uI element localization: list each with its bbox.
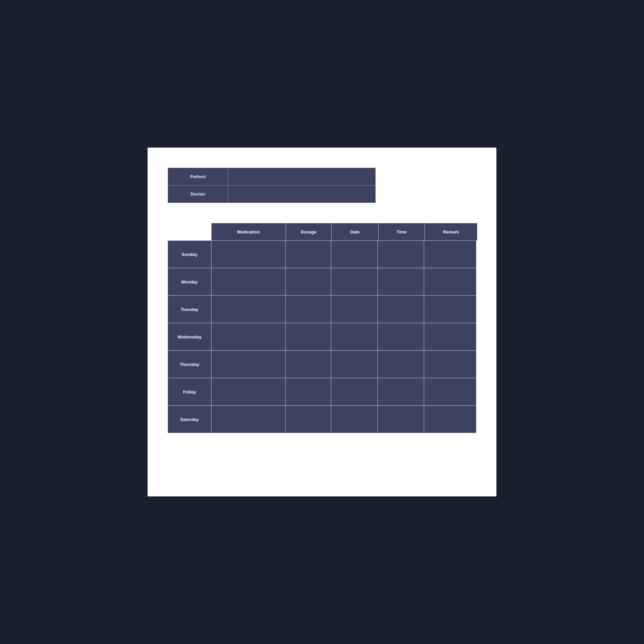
info-label-doctor: Doctor — [168, 185, 228, 203]
cell-sunday-time[interactable] — [378, 240, 424, 268]
day-row-sunday: Sunday — [168, 240, 476, 268]
cell-thursday-time[interactable] — [378, 351, 424, 378]
day-label-sunday: Sunday — [168, 240, 211, 268]
cell-wednesday-dosage[interactable] — [285, 323, 331, 351]
cell-tuesday-remark[interactable] — [424, 296, 476, 323]
header-remark: Remark — [425, 223, 477, 240]
info-table: PatientDoctor — [168, 168, 376, 203]
info-label-patient: Patient — [168, 168, 228, 185]
cell-saturday-date[interactable] — [331, 406, 378, 433]
page-container: PatientDoctor MedicationDosageDateTimeRe… — [148, 148, 496, 496]
cell-friday-medication[interactable] — [211, 378, 285, 406]
cell-thursday-dosage[interactable] — [285, 351, 331, 378]
cell-wednesday-medication[interactable] — [211, 323, 285, 351]
cell-thursday-medication[interactable] — [211, 351, 285, 378]
day-label-friday: Friday — [168, 378, 211, 406]
day-row-wednesday: Wednesday — [168, 323, 476, 351]
cell-sunday-remark[interactable] — [424, 240, 476, 268]
cell-friday-remark[interactable] — [424, 378, 476, 406]
cell-friday-dosage[interactable] — [285, 378, 331, 406]
day-label-saturday: Saturday — [168, 406, 211, 433]
cell-wednesday-remark[interactable] — [424, 323, 476, 351]
day-label-monday: Monday — [168, 268, 211, 296]
cell-thursday-date[interactable] — [331, 351, 378, 378]
cell-sunday-dosage[interactable] — [285, 240, 331, 268]
day-label-thursday: Thursday — [168, 351, 211, 378]
cell-tuesday-date[interactable] — [331, 296, 378, 323]
day-label-wednesday: Wednesday — [168, 323, 211, 351]
cell-monday-dosage[interactable] — [285, 268, 331, 296]
cell-friday-time[interactable] — [378, 378, 424, 406]
cell-wednesday-date[interactable] — [331, 323, 378, 351]
cell-monday-remark[interactable] — [424, 268, 476, 296]
header-time: Time — [378, 223, 425, 240]
day-row-friday: Friday — [168, 378, 476, 406]
header-medication: Medication — [211, 223, 286, 240]
cell-saturday-remark[interactable] — [424, 406, 476, 433]
cell-sunday-medication[interactable] — [211, 240, 285, 268]
day-row-monday: Monday — [168, 268, 476, 296]
header-date: Date — [331, 223, 378, 240]
schedule-wrapper: MedicationDosageDateTimeRemark SundayMon… — [168, 223, 476, 433]
day-row-thursday: Thursday — [168, 351, 476, 378]
cell-monday-date[interactable] — [331, 268, 378, 296]
cell-monday-medication[interactable] — [211, 268, 285, 296]
cell-tuesday-medication[interactable] — [211, 296, 285, 323]
cell-saturday-dosage[interactable] — [285, 406, 331, 433]
cell-friday-date[interactable] — [331, 378, 378, 406]
day-label-tuesday: Tuesday — [168, 296, 211, 323]
info-value-patient[interactable] — [228, 168, 375, 185]
cell-saturday-medication[interactable] — [211, 406, 285, 433]
cell-sunday-date[interactable] — [331, 240, 378, 268]
schedule-header-row: MedicationDosageDateTimeRemark — [211, 223, 476, 240]
cell-saturday-time[interactable] — [378, 406, 424, 433]
cell-monday-time[interactable] — [378, 268, 424, 296]
cell-thursday-remark[interactable] — [424, 351, 476, 378]
info-value-doctor[interactable] — [228, 185, 375, 203]
header-dosage: Dosage — [286, 223, 331, 240]
day-row-tuesday: Tuesday — [168, 296, 476, 323]
cell-tuesday-time[interactable] — [378, 296, 424, 323]
cell-tuesday-dosage[interactable] — [285, 296, 331, 323]
cell-wednesday-time[interactable] — [378, 323, 424, 351]
day-row-saturday: Saturday — [168, 406, 476, 433]
